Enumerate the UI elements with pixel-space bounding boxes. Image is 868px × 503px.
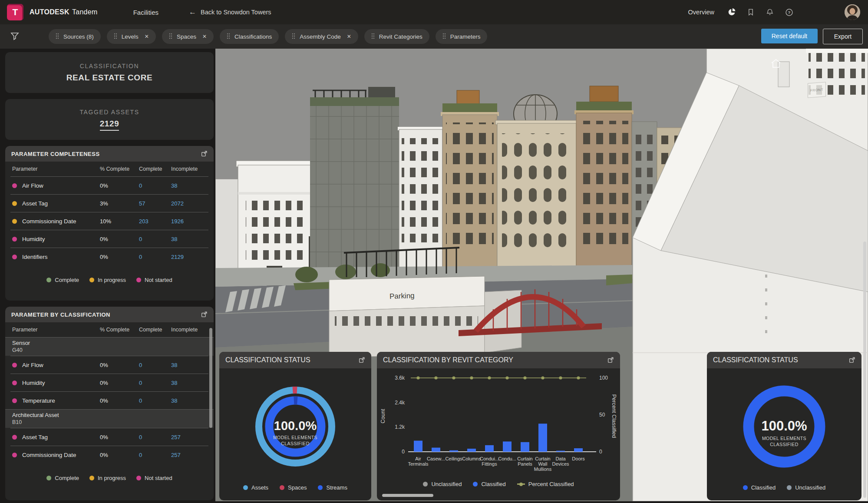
remove-chip-icon[interactable]: ✕ bbox=[202, 33, 207, 40]
parameter-name: Asset Tag bbox=[22, 200, 48, 207]
panel-scrollbar-thumb[interactable] bbox=[209, 328, 212, 428]
table-row-air-flow: Air Flow0%038 bbox=[10, 176, 208, 194]
drag-handle-icon bbox=[114, 33, 117, 40]
incomplete-count-link[interactable]: 257 bbox=[171, 452, 181, 458]
legend-item-unclassified[interactable]: Unclassified bbox=[787, 484, 825, 491]
legend-item-assets[interactable]: Assets bbox=[243, 484, 268, 491]
viewer-home-icon[interactable] bbox=[770, 58, 782, 70]
filter-chip-assembly-code[interactable]: Assembly Code✕ bbox=[285, 29, 358, 44]
legend-item-not-started[interactable]: Not started bbox=[136, 475, 172, 481]
bar-condu[interactable] bbox=[503, 441, 512, 452]
status-legend: CompleteIn progressNot started bbox=[5, 475, 214, 481]
complete-count-link[interactable]: 57 bbox=[139, 200, 145, 207]
incomplete-count-link[interactable]: 38 bbox=[171, 362, 177, 368]
legend-item-complete[interactable]: Complete bbox=[46, 475, 79, 481]
incomplete-count-link[interactable]: 38 bbox=[171, 397, 177, 404]
remove-chip-icon[interactable]: ✕ bbox=[347, 33, 351, 40]
legend-item-in-progress[interactable]: In progress bbox=[89, 475, 126, 481]
open-in-new-icon[interactable] bbox=[201, 311, 208, 318]
export-button[interactable]: Export bbox=[823, 29, 863, 44]
back-link[interactable]: ← Back to Snowdon Towers bbox=[189, 8, 271, 17]
legend-label: Streams bbox=[326, 484, 347, 491]
bookmark-icon[interactable] bbox=[746, 7, 756, 17]
open-in-new-icon[interactable] bbox=[358, 357, 365, 364]
filter-chip-levels[interactable]: Levels✕ bbox=[107, 29, 156, 44]
status-dot bbox=[12, 255, 17, 259]
incomplete-count-link[interactable]: 38 bbox=[171, 380, 177, 386]
help-icon[interactable]: ? bbox=[784, 7, 794, 17]
legend-swatch bbox=[517, 483, 525, 485]
filter-chip-revit-categories[interactable]: Revit Categories bbox=[364, 29, 429, 44]
parameter-name: Humidity bbox=[22, 380, 45, 386]
bar-ceilings[interactable] bbox=[449, 450, 458, 452]
legend-item-complete[interactable]: Complete bbox=[46, 277, 79, 283]
legend-item-streams[interactable]: Streams bbox=[318, 484, 347, 491]
complete-count-link[interactable]: 0 bbox=[139, 254, 142, 260]
view-cube-front-face[interactable]: FRONT bbox=[808, 82, 826, 98]
filter-funnel-icon[interactable] bbox=[10, 31, 20, 42]
parameter-name: Asset Tag bbox=[22, 434, 48, 440]
status-dot bbox=[12, 398, 17, 403]
bar-curtain-panels[interactable] bbox=[521, 442, 529, 452]
filter-chip-classifications[interactable]: Classifications bbox=[220, 29, 279, 44]
category-label-casew: Casew... bbox=[427, 456, 445, 461]
bar-data-devices[interactable] bbox=[556, 451, 565, 452]
bar-curtain-wall-mullions[interactable] bbox=[538, 424, 547, 452]
filter-chip-spaces[interactable]: Spaces✕ bbox=[162, 29, 214, 44]
legend-item-spaces[interactable]: Spaces bbox=[280, 484, 307, 491]
open-in-new-icon[interactable] bbox=[607, 357, 614, 364]
nav-overview[interactable]: Overview bbox=[688, 9, 714, 16]
complete-count-link[interactable]: 0 bbox=[139, 362, 142, 368]
parameter-by-classification-header: PARAMETER BY CLASSIFICATION bbox=[5, 307, 214, 322]
table-row-humidity: Humidity0%038 bbox=[10, 374, 208, 391]
group-header-row-sensor: SensorG40 bbox=[5, 337, 214, 356]
bar-air-terminals[interactable] bbox=[414, 441, 422, 452]
incomplete-count-link[interactable]: 257 bbox=[171, 434, 181, 440]
incomplete-count-link[interactable]: 38 bbox=[171, 182, 177, 189]
legend-item-not-started[interactable]: Not started bbox=[136, 277, 172, 283]
percent-complete-value: 10% bbox=[100, 218, 139, 225]
incomplete-count-link[interactable]: 2072 bbox=[171, 200, 184, 207]
bar-doors[interactable] bbox=[574, 448, 583, 452]
filter-chip-sources-8[interactable]: Sources (8) bbox=[49, 29, 101, 44]
tandem-logo[interactable]: T bbox=[7, 4, 23, 20]
drag-handle-icon bbox=[227, 33, 230, 40]
bar-casew[interactable] bbox=[432, 448, 440, 452]
complete-count-link[interactable]: 0 bbox=[139, 434, 142, 440]
bar-condui-fittings[interactable] bbox=[485, 445, 494, 452]
legend-item-unclassified[interactable]: Unclassified bbox=[423, 481, 462, 487]
table-row-commissioning-date: Commissioning Date10%2031926 bbox=[10, 212, 208, 230]
legend-item-classified[interactable]: Classified bbox=[743, 484, 776, 491]
legend-label: Complete bbox=[55, 475, 79, 481]
open-in-new-icon[interactable] bbox=[848, 357, 855, 364]
complete-count-link[interactable]: 0 bbox=[139, 182, 142, 189]
remove-chip-icon[interactable]: ✕ bbox=[145, 33, 149, 40]
legend-item-classified[interactable]: Classified bbox=[473, 481, 505, 487]
notifications-bell-icon[interactable] bbox=[765, 7, 775, 17]
column-header-complete: Complete bbox=[139, 166, 171, 172]
complete-count-link[interactable]: 0 bbox=[139, 236, 142, 242]
legend-item-percent-classified[interactable]: Percent Classified bbox=[517, 481, 574, 487]
column-header-incomplete: Incomplete bbox=[171, 166, 208, 172]
incomplete-count-link[interactable]: 38 bbox=[171, 236, 177, 242]
open-in-new-icon[interactable] bbox=[201, 150, 208, 157]
complete-count-link[interactable]: 203 bbox=[139, 218, 149, 225]
legend-item-in-progress[interactable]: In progress bbox=[89, 277, 126, 283]
insights-pie-icon[interactable] bbox=[726, 7, 737, 17]
filter-chip-parameters[interactable]: Parameters bbox=[436, 29, 488, 44]
legend-swatch bbox=[243, 485, 248, 490]
page-scrollbar-thumb[interactable] bbox=[863, 242, 866, 498]
complete-count-link[interactable]: 0 bbox=[139, 380, 142, 386]
drag-handle-icon bbox=[371, 33, 375, 40]
incomplete-count-link[interactable]: 1926 bbox=[171, 218, 184, 225]
view-cube[interactable]: FRONT bbox=[805, 81, 828, 100]
complete-count-link[interactable]: 0 bbox=[139, 397, 142, 404]
bar-columns[interactable] bbox=[467, 449, 476, 452]
chart-hscrollbar-thumb[interactable] bbox=[382, 494, 433, 497]
tagged-assets-count-link[interactable]: 2129 bbox=[100, 119, 119, 131]
user-avatar[interactable] bbox=[845, 4, 860, 20]
incomplete-count-link[interactable]: 2129 bbox=[171, 254, 184, 260]
reset-default-button[interactable]: Reset default bbox=[761, 29, 818, 43]
complete-count-link[interactable]: 0 bbox=[139, 452, 142, 458]
nav-facilities[interactable]: Facilities bbox=[133, 9, 158, 16]
